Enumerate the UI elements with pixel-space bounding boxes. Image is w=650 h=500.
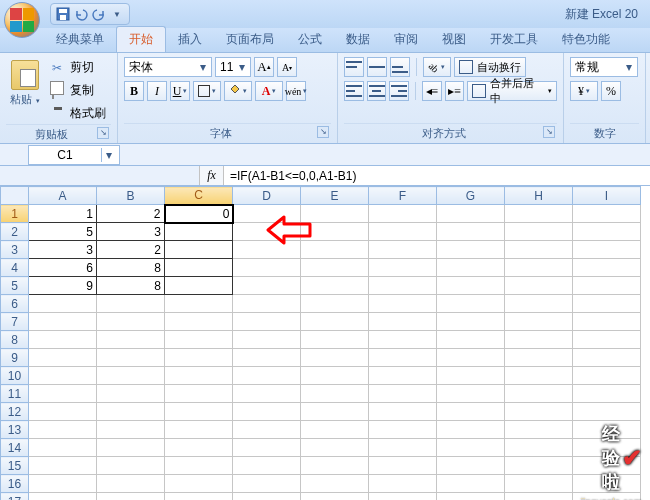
cell-E2[interactable]	[301, 223, 369, 241]
row-header-2[interactable]: 2	[1, 223, 29, 241]
cell-G6[interactable]	[437, 295, 505, 313]
cell-B14[interactable]	[97, 439, 165, 457]
cell-E13[interactable]	[301, 421, 369, 439]
wrap-text-button[interactable]: 自动换行	[454, 57, 526, 77]
cell-G9[interactable]	[437, 349, 505, 367]
tab-3[interactable]: 页面布局	[214, 27, 286, 52]
chevron-down-icon[interactable]: ▾	[101, 148, 115, 162]
italic-button[interactable]: I	[147, 81, 167, 101]
tab-6[interactable]: 审阅	[382, 27, 430, 52]
office-button[interactable]	[4, 2, 40, 38]
cell-A10[interactable]	[29, 367, 97, 385]
copy-button[interactable]: 复制	[48, 80, 110, 101]
cell-G2[interactable]	[437, 223, 505, 241]
cell-C11[interactable]	[165, 385, 233, 403]
cell-A5[interactable]: 9	[29, 277, 97, 295]
cell-B4[interactable]: 8	[97, 259, 165, 277]
format-painter-button[interactable]: 格式刷	[48, 103, 110, 124]
align-right-button[interactable]	[389, 81, 409, 101]
cell-F5[interactable]	[369, 277, 437, 295]
cell-H15[interactable]	[505, 457, 573, 475]
cell-B8[interactable]	[97, 331, 165, 349]
chevron-down-icon[interactable]: ▾	[236, 60, 248, 74]
fill-color-button[interactable]: ▾	[224, 81, 252, 101]
cell-E17[interactable]	[301, 493, 369, 501]
cell-D1[interactable]	[233, 205, 301, 223]
tab-0[interactable]: 经典菜单	[44, 27, 116, 52]
cell-H17[interactable]	[505, 493, 573, 501]
cell-G17[interactable]	[437, 493, 505, 501]
cell-E7[interactable]	[301, 313, 369, 331]
cell-D16[interactable]	[233, 475, 301, 493]
cell-E14[interactable]	[301, 439, 369, 457]
cell-F15[interactable]	[369, 457, 437, 475]
increase-indent-button[interactable]: ▸≡	[445, 81, 465, 101]
cell-B17[interactable]	[97, 493, 165, 501]
cell-H12[interactable]	[505, 403, 573, 421]
row-header-17[interactable]: 17	[1, 493, 29, 501]
cell-E12[interactable]	[301, 403, 369, 421]
cell-B10[interactable]	[97, 367, 165, 385]
cell-E1[interactable]	[301, 205, 369, 223]
cell-D15[interactable]	[233, 457, 301, 475]
cell-D5[interactable]	[233, 277, 301, 295]
row-header-14[interactable]: 14	[1, 439, 29, 457]
cell-C16[interactable]	[165, 475, 233, 493]
align-bottom-button[interactable]	[390, 57, 410, 77]
paste-button[interactable]: 粘贴 ▾	[6, 57, 44, 124]
cell-B2[interactable]: 3	[97, 223, 165, 241]
cell-I7[interactable]	[573, 313, 641, 331]
cell-H5[interactable]	[505, 277, 573, 295]
chevron-down-icon[interactable]: ▾	[197, 60, 209, 74]
redo-icon[interactable]	[91, 6, 107, 22]
tab-5[interactable]: 数据	[334, 27, 382, 52]
col-header-F[interactable]: F	[369, 187, 437, 205]
cell-F16[interactable]	[369, 475, 437, 493]
cell-D13[interactable]	[233, 421, 301, 439]
font-color-button[interactable]: A▾	[255, 81, 283, 101]
cell-A7[interactable]	[29, 313, 97, 331]
col-header-E[interactable]: E	[301, 187, 369, 205]
cell-F2[interactable]	[369, 223, 437, 241]
bold-button[interactable]: B	[124, 81, 144, 101]
cell-H6[interactable]	[505, 295, 573, 313]
merge-center-button[interactable]: 合并后居中▾	[467, 81, 557, 101]
cell-B3[interactable]: 2	[97, 241, 165, 259]
cell-A13[interactable]	[29, 421, 97, 439]
cell-F14[interactable]	[369, 439, 437, 457]
clipboard-dialog-launcher[interactable]: ↘	[97, 127, 109, 139]
align-middle-button[interactable]	[367, 57, 387, 77]
cell-G8[interactable]	[437, 331, 505, 349]
cell-A9[interactable]	[29, 349, 97, 367]
cell-H7[interactable]	[505, 313, 573, 331]
cell-E3[interactable]	[301, 241, 369, 259]
tab-9[interactable]: 特色功能	[550, 27, 622, 52]
save-icon[interactable]	[55, 6, 71, 22]
cell-B11[interactable]	[97, 385, 165, 403]
cut-button[interactable]: ✂剪切	[48, 57, 110, 78]
cell-C8[interactable]	[165, 331, 233, 349]
cell-I1[interactable]	[573, 205, 641, 223]
cell-F4[interactable]	[369, 259, 437, 277]
col-header-I[interactable]: I	[573, 187, 641, 205]
font-name-combo[interactable]: 宋体▾	[124, 57, 212, 77]
cell-F10[interactable]	[369, 367, 437, 385]
cell-C2[interactable]	[165, 223, 233, 241]
accounting-format-button[interactable]: ¥▾	[570, 81, 598, 101]
name-box[interactable]: ▾	[28, 145, 120, 165]
cell-A1[interactable]: 1	[29, 205, 97, 223]
row-header-15[interactable]: 15	[1, 457, 29, 475]
cell-A4[interactable]: 6	[29, 259, 97, 277]
cell-E11[interactable]	[301, 385, 369, 403]
border-button[interactable]: ▾	[193, 81, 221, 101]
cell-I12[interactable]	[573, 403, 641, 421]
cell-H10[interactable]	[505, 367, 573, 385]
cell-F11[interactable]	[369, 385, 437, 403]
cell-H16[interactable]	[505, 475, 573, 493]
cell-C4[interactable]	[165, 259, 233, 277]
name-box-input[interactable]	[29, 148, 101, 162]
cell-A12[interactable]	[29, 403, 97, 421]
cell-E9[interactable]	[301, 349, 369, 367]
cell-F6[interactable]	[369, 295, 437, 313]
grow-font-button[interactable]: A▴	[254, 57, 274, 77]
